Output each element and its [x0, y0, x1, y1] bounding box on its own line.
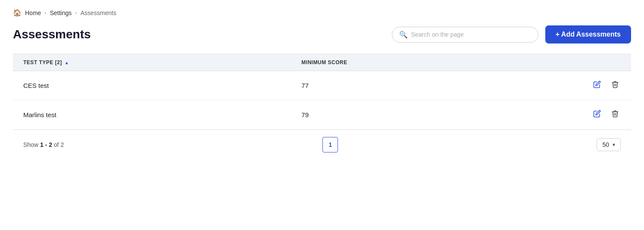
- sort-ascending-icon: ▲: [65, 60, 69, 65]
- cell-actions: [538, 100, 631, 130]
- breadcrumb-home[interactable]: Home: [25, 9, 41, 16]
- page-1-button[interactable]: 1: [322, 137, 338, 152]
- breadcrumb-settings[interactable]: Settings: [50, 9, 72, 16]
- header-actions: 🔍 + Add Assessments: [392, 25, 631, 44]
- delete-button[interactable]: [610, 108, 621, 121]
- page-title: Assessments: [13, 28, 91, 41]
- cell-min-score: 77: [291, 71, 538, 100]
- page-wrapper: 🏠 Home › Settings › Assessments Assessme…: [0, 0, 644, 230]
- table-row: Marlins test79: [13, 100, 631, 130]
- col-header-min-score: MINIMUM SCORE: [291, 54, 538, 71]
- table-footer: Show 1 - 2 of 2 1 50 ▾: [13, 130, 631, 159]
- search-input[interactable]: [411, 31, 531, 38]
- cell-actions: [538, 71, 631, 100]
- col-header-actions: [538, 54, 631, 71]
- delete-button[interactable]: [610, 79, 621, 92]
- col-header-test-type[interactable]: TEST TYPE [2] ▲: [13, 54, 291, 71]
- breadcrumb-current: Assessments: [81, 9, 116, 16]
- per-page-value: 50: [602, 141, 609, 148]
- breadcrumb: 🏠 Home › Settings › Assessments: [13, 9, 631, 17]
- add-assessments-button[interactable]: + Add Assessments: [545, 25, 631, 44]
- edit-button[interactable]: [591, 79, 603, 92]
- breadcrumb-sep-2: ›: [75, 9, 77, 16]
- cell-test-type: CES test: [13, 71, 291, 100]
- show-range-text: Show 1 - 2 of 2: [23, 141, 64, 148]
- pagination: 1: [322, 137, 338, 152]
- data-table: TEST TYPE [2] ▲ MINIMUM SCORE CES test77…: [13, 54, 631, 130]
- cell-min-score: 79: [291, 100, 538, 130]
- cell-test-type: Marlins test: [13, 100, 291, 130]
- per-page-selector[interactable]: 50 ▾: [597, 138, 621, 151]
- header-row: Assessments 🔍 + Add Assessments: [13, 25, 631, 44]
- search-wrapper[interactable]: 🔍: [392, 27, 538, 43]
- home-icon: 🏠: [13, 9, 22, 17]
- chevron-down-icon: ▾: [613, 142, 615, 148]
- table-header-row: TEST TYPE [2] ▲ MINIMUM SCORE: [13, 54, 631, 71]
- edit-button[interactable]: [591, 108, 603, 121]
- breadcrumb-sep-1: ›: [44, 9, 46, 16]
- search-icon: 🔍: [399, 31, 408, 39]
- table-row: CES test77: [13, 71, 631, 100]
